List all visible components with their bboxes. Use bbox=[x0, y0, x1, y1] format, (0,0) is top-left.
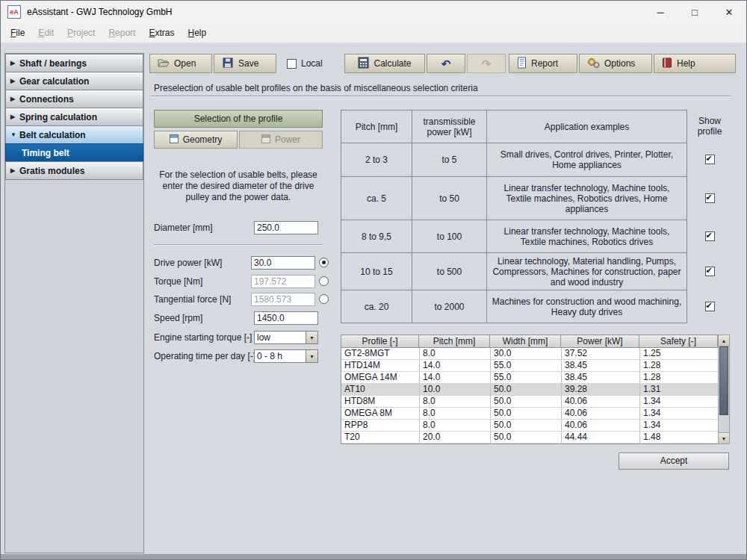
sidebar-item-connections[interactable]: ▶ Connections bbox=[5, 90, 143, 108]
table-cell: 1.25 bbox=[640, 348, 719, 360]
show-profile-checkbox[interactable]: ✔ bbox=[705, 302, 715, 311]
sidebar-item-label: Belt calculation bbox=[19, 130, 86, 140]
calculate-button[interactable]: Calculate bbox=[344, 54, 425, 73]
table-cell: 8 to 9,5 bbox=[341, 220, 412, 253]
menu-help[interactable]: Help bbox=[181, 24, 213, 43]
report-button[interactable]: Report bbox=[509, 54, 577, 73]
menu-bar: File Edit Project Report Extras Help bbox=[1, 23, 746, 43]
table-cell: HTD14M bbox=[341, 360, 420, 372]
open-button[interactable]: Open bbox=[149, 54, 212, 73]
table-cell: 14.0 bbox=[420, 360, 491, 372]
engine-starting-torque-select[interactable]: low ▼ bbox=[254, 331, 318, 344]
help-button[interactable]: Help bbox=[654, 54, 736, 73]
scroll-up-button[interactable]: ▲ bbox=[719, 335, 729, 346]
column-header[interactable]: Profile [-] bbox=[341, 335, 419, 348]
table-cell: 39.28 bbox=[562, 384, 640, 396]
app-icon: eA bbox=[7, 5, 21, 19]
local-checkbox-label: Local bbox=[301, 58, 323, 69]
scrollbar-thumb[interactable] bbox=[719, 346, 728, 415]
sidebar-item-shaft-bearings[interactable]: ▶ Shaft / bearings bbox=[5, 54, 143, 72]
menu-project: Project bbox=[61, 24, 102, 43]
report-button-label: Report bbox=[531, 58, 558, 69]
chevron-down-icon[interactable]: ▼ bbox=[306, 349, 318, 363]
gear-icon bbox=[587, 57, 600, 71]
separator bbox=[150, 96, 731, 97]
selection-of-profile-button[interactable]: Selection of the profile bbox=[154, 110, 323, 128]
calculator-icon bbox=[358, 57, 369, 71]
sidebar: ▶ Shaft / bearings ▶ Gear calculation ▶ … bbox=[4, 53, 144, 553]
table-cell: 50.0 bbox=[491, 420, 562, 432]
undo-button[interactable]: ↶ bbox=[427, 54, 465, 73]
table-row[interactable]: HTD14M 14.0 55.0 38.45 1.28 bbox=[341, 360, 717, 372]
table-cell: Linear transfer technology, Machine tool… bbox=[487, 177, 687, 220]
tangential-force-row: Tangential force [N] bbox=[154, 293, 329, 306]
table-cell: 55.0 bbox=[491, 372, 562, 384]
table-cell: 14.0 bbox=[420, 372, 491, 384]
tab-power: Power bbox=[239, 131, 323, 149]
tab-geometry-label: Geometry bbox=[183, 134, 223, 145]
geometry-power-tabs: Geometry Power bbox=[154, 131, 323, 149]
sidebar-item-gear-calculation[interactable]: ▶ Gear calculation bbox=[5, 72, 143, 90]
save-button[interactable]: Save bbox=[214, 54, 276, 73]
column-header[interactable]: Power [kW] bbox=[561, 335, 639, 348]
diameter-label: Diameter [mm] bbox=[154, 223, 213, 233]
table-cell: 1.31 bbox=[640, 384, 719, 396]
minimize-button[interactable]: ─ bbox=[643, 1, 678, 23]
show-profile-checkbox[interactable]: ✔ bbox=[705, 193, 715, 203]
sidebar-item-label: Connections bbox=[19, 94, 74, 105]
menu-file[interactable]: File bbox=[4, 24, 31, 43]
checkmark-icon: ✔ bbox=[706, 153, 713, 164]
torque-input[interactable] bbox=[251, 275, 315, 288]
sidebar-item-spring-calculation[interactable]: ▶ Spring calculation bbox=[5, 108, 143, 126]
torque-label: Torque [Nm] bbox=[154, 276, 202, 287]
show-profile-checkbox[interactable]: ✔ bbox=[705, 267, 715, 276]
close-button[interactable]: ✕ bbox=[712, 1, 746, 23]
table-row[interactable]: RPP8 8.0 50.0 40.06 1.34 bbox=[341, 420, 717, 432]
operating-time-select[interactable]: 0 - 8 h ▼ bbox=[254, 349, 318, 363]
local-checkbox[interactable] bbox=[287, 59, 297, 69]
table-cell: 50.0 bbox=[491, 408, 562, 420]
toolbar: Open Save Local Calculate ↶ ↷ Report Opt… bbox=[149, 54, 736, 73]
table-row[interactable]: OMEGA 14M 14.0 55.0 38.45 1.28 bbox=[341, 372, 717, 384]
table-row-selected[interactable]: AT10 10.0 50.0 39.28 1.31 bbox=[341, 384, 717, 396]
sidebar-item-timing-belt[interactable]: Timing belt bbox=[5, 143, 143, 162]
table-cell: 8.0 bbox=[420, 420, 491, 432]
show-profile-checkbox[interactable]: ✔ bbox=[705, 155, 715, 164]
table-cell: 1.34 bbox=[640, 396, 719, 408]
tangential-force-radio[interactable] bbox=[319, 294, 329, 304]
table-body: GT2-8MGT 8.0 30.0 37.52 1.25 HTD14M 14.0… bbox=[341, 348, 718, 444]
sidebar-item-gratis-modules[interactable]: ▶ Gratis modules bbox=[5, 161, 143, 180]
sidebar-item-belt-calculation[interactable]: ▼ Belt calculation bbox=[5, 125, 143, 144]
table-row[interactable]: GT2-8MGT 8.0 30.0 37.52 1.25 bbox=[341, 348, 717, 360]
show-profile-checkbox[interactable]: ✔ bbox=[705, 231, 715, 241]
sidebar-item-label: Gear calculation bbox=[19, 76, 89, 87]
menu-extras[interactable]: Extras bbox=[142, 24, 181, 43]
checkmark-icon: ✔ bbox=[706, 230, 713, 240]
calculate-button-label: Calculate bbox=[374, 58, 411, 69]
table-row[interactable]: HTD8M 8.0 50.0 40.06 1.34 bbox=[341, 396, 717, 408]
table-cell: 1.34 bbox=[640, 408, 719, 420]
tab-geometry[interactable]: Geometry bbox=[154, 131, 238, 149]
chevron-down-icon[interactable]: ▼ bbox=[306, 331, 318, 344]
maximize-button[interactable]: □ bbox=[678, 1, 712, 23]
table-cell: OMEGA 8M bbox=[341, 408, 420, 420]
save-button-label: Save bbox=[238, 58, 258, 69]
speed-input[interactable] bbox=[254, 311, 318, 325]
column-header[interactable]: Pitch [mm] bbox=[419, 335, 490, 348]
options-button[interactable]: Options bbox=[579, 54, 652, 73]
tangential-force-input[interactable] bbox=[251, 293, 315, 306]
table-row[interactable]: T20 20.0 50.0 44.44 1.48 bbox=[341, 432, 717, 444]
report-document-icon bbox=[517, 57, 527, 71]
torque-radio[interactable] bbox=[319, 276, 329, 286]
diameter-input[interactable] bbox=[254, 221, 318, 234]
column-header[interactable]: Width [mm] bbox=[490, 335, 561, 348]
operating-time-row: Operating time per day [-] 0 - 8 h ▼ bbox=[154, 349, 329, 363]
table-cell: to 500 bbox=[412, 253, 487, 290]
scroll-down-button[interactable]: ▼ bbox=[719, 432, 729, 444]
drive-power-radio[interactable] bbox=[319, 258, 329, 267]
column-header[interactable]: Safety [-] bbox=[639, 335, 718, 348]
accept-button[interactable]: Accept bbox=[619, 452, 729, 470]
table-scrollbar[interactable]: ▲ ▼ bbox=[718, 335, 730, 444]
drive-power-input[interactable] bbox=[251, 256, 315, 270]
table-row[interactable]: OMEGA 8M 8.0 50.0 40.06 1.34 bbox=[341, 408, 717, 420]
